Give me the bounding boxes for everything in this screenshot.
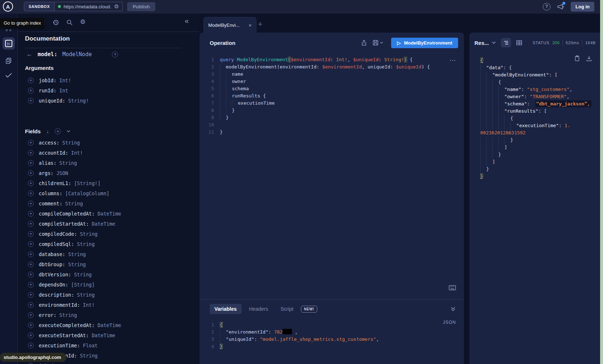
field-type[interactable]: String [59, 160, 77, 166]
field-type[interactable]: [String!] [74, 180, 100, 186]
announcements-icon[interactable] [557, 3, 564, 10]
add-field-button[interactable]: + [28, 262, 34, 267]
history-icon[interactable] [53, 19, 59, 26]
code-token: , [347, 57, 353, 62]
tree-view-button[interactable] [501, 38, 511, 47]
keyboard-shortcuts-icon[interactable] [449, 285, 456, 290]
checks-nav-item[interactable] [3, 69, 15, 81]
explorer-nav-item[interactable]: ▷ [3, 37, 15, 50]
add-field-button[interactable]: + [28, 180, 34, 186]
add-field-button[interactable]: + [28, 98, 34, 104]
response-json[interactable]: {"data": {"modelByEnvironment": [{"name"… [480, 57, 596, 180]
code-token: : { [503, 65, 512, 70]
field-type[interactable]: String [77, 241, 95, 247]
response-title[interactable]: Res... [474, 40, 489, 46]
add-all-fields-button[interactable]: + [55, 128, 61, 134]
field-row: +description:String [18, 290, 199, 300]
add-field-button[interactable]: + [28, 322, 34, 328]
endpoint-url-input[interactable]: https://metadata.cloud.getd ⚙ [55, 2, 123, 11]
tab-variables[interactable]: Variables [210, 304, 242, 314]
endpoint-settings-icon[interactable]: ⚙ [114, 3, 119, 10]
add-field-button[interactable]: + [28, 211, 34, 217]
save-icon[interactable] [372, 39, 383, 46]
tab-script[interactable]: Script [276, 304, 298, 314]
add-type-button[interactable]: + [112, 51, 118, 58]
add-field-button[interactable]: + [28, 78, 34, 83]
help-icon[interactable]: ? [543, 3, 550, 11]
field-type[interactable]: String [74, 272, 92, 277]
back-arrow-icon[interactable]: ← [26, 51, 33, 58]
field-type[interactable]: String [59, 312, 77, 318]
field-type[interactable]: DateTime [97, 211, 121, 217]
add-field-button[interactable]: + [28, 221, 34, 227]
field-type[interactable]: String [68, 251, 86, 257]
add-field-button[interactable]: + [28, 332, 34, 338]
add-field-button[interactable]: + [28, 302, 34, 308]
field-type[interactable]: String! [68, 98, 89, 104]
field-type[interactable]: Int! [83, 302, 95, 308]
new-tab-button[interactable]: + [258, 20, 263, 29]
field-type[interactable]: DateTime [92, 221, 115, 227]
chevron-down-icon[interactable] [67, 130, 70, 133]
field-type[interactable]: String [80, 231, 98, 237]
response-chevron-icon[interactable] [492, 41, 496, 44]
collapse-variables-icon[interactable] [450, 306, 456, 311]
field-type[interactable]: DateTime [97, 322, 121, 328]
apollo-logo-icon[interactable]: A [3, 1, 13, 12]
tab-headers[interactable]: Headers [244, 304, 273, 314]
save-chevron-icon[interactable] [380, 42, 383, 44]
code-token [282, 329, 292, 334]
add-field-button[interactable]: + [28, 170, 34, 176]
run-operation-button[interactable]: ▷ ModelByEnvironment [391, 38, 458, 48]
search-icon[interactable] [66, 19, 73, 26]
schema-nav-item[interactable] [3, 55, 15, 67]
add-field-button[interactable]: + [28, 201, 34, 206]
add-field-button[interactable]: + [28, 251, 34, 257]
field-type[interactable]: String [77, 292, 95, 298]
field-type[interactable]: JSON [56, 170, 68, 176]
page-scrollbar[interactable] [600, 0, 603, 364]
collapse-panel-icon[interactable]: « [185, 17, 189, 25]
login-button[interactable]: Log in [571, 2, 594, 12]
variables-editor[interactable]: 1{2"environmentId": 782 ,3"uniqueId": "m… [200, 321, 464, 350]
query-editor[interactable]: 1query ModelByEnvironment($environmentId… [200, 56, 464, 136]
field-type[interactable]: String [68, 262, 86, 267]
add-field-button[interactable]: + [28, 160, 34, 166]
add-field-button[interactable]: + [28, 88, 34, 93]
add-field-button[interactable]: + [28, 282, 34, 288]
kebab-menu-icon[interactable]: ⋯ [449, 57, 456, 64]
field-type[interactable]: Int! [59, 78, 71, 83]
add-field-button[interactable]: + [28, 272, 34, 277]
field-type[interactable]: [CatalogColumn] [65, 191, 109, 196]
add-field-button[interactable]: + [28, 292, 34, 298]
field-type[interactable]: Int [59, 88, 68, 93]
table-view-button[interactable] [514, 38, 524, 47]
publish-button[interactable]: Publish [127, 2, 156, 11]
field-type[interactable]: DateTime [92, 332, 115, 338]
docs-toolbar: ⚙ « [18, 13, 199, 32]
add-field-button[interactable]: + [28, 241, 34, 247]
add-field-button[interactable]: + [28, 312, 34, 318]
code-token: 0023620128631592 [480, 130, 525, 135]
variables-tabs: Variables Headers Script NEW! [210, 304, 317, 314]
field-type[interactable]: Int! [71, 150, 83, 156]
field-type[interactable]: String [65, 201, 83, 206]
add-field-button[interactable]: + [28, 343, 34, 348]
endpoint-url-text[interactable]: https://metadata.cloud.getd [64, 4, 112, 9]
field-type[interactable]: Float [83, 343, 98, 348]
field-type[interactable]: String [62, 140, 80, 146]
field-type[interactable]: [String] [71, 282, 95, 288]
add-field-button[interactable]: + [28, 150, 34, 156]
add-field-button[interactable]: + [28, 231, 34, 237]
sort-icon[interactable]: ↓ [46, 129, 49, 134]
field-type[interactable]: String [80, 353, 98, 359]
share-icon[interactable] [361, 39, 367, 46]
add-field-button[interactable]: + [28, 191, 34, 196]
settings-gear-icon[interactable]: ⚙ [80, 18, 85, 26]
indent-guide [220, 114, 226, 121]
close-tab-icon[interactable]: × [248, 22, 252, 28]
operation-tab[interactable]: ModelByEnvi... × [204, 17, 256, 33]
type-name-link[interactable]: ModelNode [62, 51, 92, 58]
indent-guide [480, 86, 486, 93]
add-field-button[interactable]: + [28, 140, 34, 146]
